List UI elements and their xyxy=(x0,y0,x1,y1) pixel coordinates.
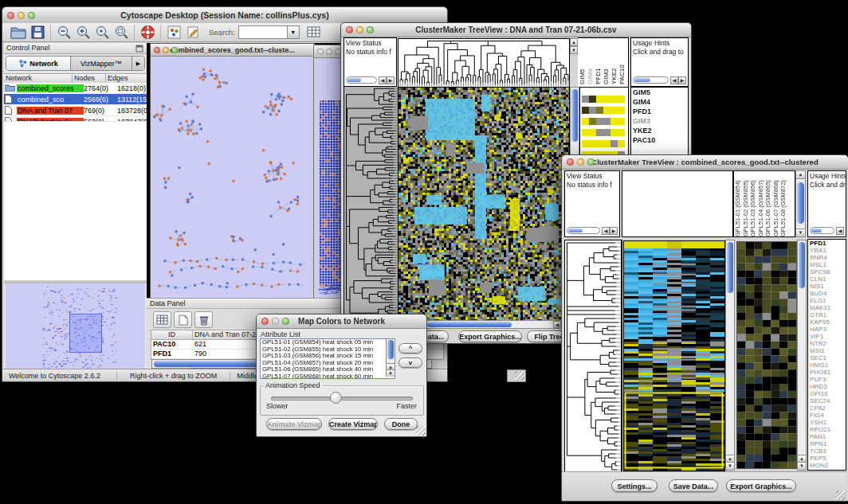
usage-hints-scrollbar[interactable]: ◀▶ xyxy=(633,76,686,84)
delete-attribute-button[interactable] xyxy=(194,311,213,328)
create-vizmap-button[interactable]: Create Vizmap xyxy=(328,418,378,430)
open-session-button[interactable] xyxy=(9,24,28,41)
gene-label[interactable]: GTB1 xyxy=(808,311,846,318)
network-tree-empty-area[interactable] xyxy=(4,121,147,280)
close-icon[interactable] xyxy=(154,47,160,53)
tv2-window-controls[interactable] xyxy=(567,158,595,166)
scrollbar-thumb[interactable] xyxy=(797,182,804,224)
new-attribute-button[interactable] xyxy=(174,311,192,328)
gene-label[interactable]: MSI1 xyxy=(808,347,846,354)
gene-label[interactable]: HMG1 xyxy=(808,361,846,369)
attribute-item[interactable]: GPL51-06 (GSM865) heat shock 40 min xyxy=(262,366,395,373)
scrollbar-thumb[interactable] xyxy=(387,340,394,359)
speed-slider-thumb[interactable] xyxy=(330,392,342,404)
tv1-heatmap[interactable] xyxy=(398,87,570,321)
scrollbar-thumb[interactable] xyxy=(427,322,512,327)
gene-label[interactable]: HAP3 xyxy=(808,326,846,333)
gene-label[interactable]: SPC98 xyxy=(808,268,846,275)
resize-grip[interactable] xyxy=(515,371,524,381)
window-controls[interactable] xyxy=(7,12,35,19)
gene-label[interactable]: NTR2 xyxy=(808,340,846,347)
gene-label[interactable]: MON2 xyxy=(808,462,846,469)
scroll-up-icon[interactable]: ▲ xyxy=(796,171,805,179)
tv1-window-controls[interactable] xyxy=(346,26,374,33)
scroll-left-icon[interactable]: ◀ xyxy=(602,227,610,235)
usage-hints-scrollbar[interactable]: ◀ xyxy=(810,226,844,235)
dialog-window-controls[interactable] xyxy=(261,318,289,325)
gene-label[interactable]: ELG1 xyxy=(808,297,846,304)
gene-label[interactable]: YRA1 xyxy=(808,247,846,254)
gene-label[interactable]: YSH1 xyxy=(808,419,846,426)
gene-label[interactable]: RNR4 xyxy=(808,254,846,261)
attribute-item[interactable]: GPL51-02 (GSM855) heat shock 10 min xyxy=(262,346,395,354)
vizmapper-button[interactable] xyxy=(164,24,183,41)
gene-label[interactable]: PHO81 xyxy=(808,369,846,376)
gene-label[interactable]: HRD3 xyxy=(808,383,846,390)
tv1-column-dendrogram[interactable] xyxy=(398,38,570,88)
gene-label[interactable]: MAK31 xyxy=(808,304,846,311)
attribute-item[interactable]: GPL51-01 (GSM854) heat shock 05 min xyxy=(262,339,395,346)
scroll-left-icon[interactable]: ◀ xyxy=(553,321,561,328)
zoom-window-icon[interactable] xyxy=(587,158,595,166)
resize-grip[interactable] xyxy=(836,490,846,500)
tab-network[interactable]: Network xyxy=(6,57,71,70)
zoom-window-icon[interactable] xyxy=(28,12,35,19)
tv2-save-data-button[interactable]: Save Data... xyxy=(669,479,718,492)
save-session-button[interactable] xyxy=(28,24,47,41)
network-graph-canvas[interactable] xyxy=(151,57,312,298)
network-row[interactable]: combined_scores2764(0)16218(0) xyxy=(4,83,147,94)
close-icon[interactable] xyxy=(346,26,353,33)
tv2-gene-scrollbar[interactable]: ▲ ▼ xyxy=(797,240,807,471)
zoom-out-button[interactable] xyxy=(54,24,73,41)
scroll-down-icon[interactable]: ▼ xyxy=(570,46,578,54)
gene-label[interactable]: CPA2 xyxy=(808,404,846,412)
zoom-in-button[interactable] xyxy=(73,24,92,41)
zoom-selected-button[interactable] xyxy=(92,24,112,41)
scroll-right-icon[interactable]: ▶ xyxy=(678,76,686,84)
animate-vizmap-button[interactable]: Animate Vizmap xyxy=(266,418,322,430)
attribute-item[interactable]: GPL51-04 (GSM857) heat shock 20 min xyxy=(262,360,395,367)
tv2-column-label-scrollbar[interactable]: ▲ ▼ xyxy=(795,170,806,237)
minimize-icon[interactable] xyxy=(326,49,332,55)
close-icon[interactable] xyxy=(567,158,574,166)
scrollbar-thumb[interactable] xyxy=(727,242,733,293)
attribute-list-scrollbar[interactable]: ▲ ▼ xyxy=(386,339,395,377)
close-icon[interactable] xyxy=(7,12,14,19)
close-icon[interactable] xyxy=(317,49,324,55)
gene-label[interactable]: PFD1 xyxy=(808,240,846,247)
scroll-up-icon[interactable]: ▲ xyxy=(570,38,578,46)
search-input[interactable] xyxy=(238,25,288,39)
gene-label[interactable]: MSL1 xyxy=(808,261,846,268)
tv2-title-bar[interactable]: ClusterMaker TreeView : combined_scores_… xyxy=(562,155,848,170)
scroll-left-icon[interactable]: ◀ xyxy=(836,227,844,235)
search-dropdown-button[interactable]: ▼ xyxy=(288,25,300,39)
gene-label[interactable]: PUF3 xyxy=(808,376,846,383)
tv1-export-graphics-button[interactable]: Export Graphics... xyxy=(458,330,522,342)
scrollbar-thumb[interactable] xyxy=(799,242,805,288)
tv2-zoom-heatmap[interactable] xyxy=(736,241,797,469)
annotation-button[interactable] xyxy=(183,24,202,41)
gene-label[interactable]: SEC1 xyxy=(808,354,846,361)
gene-label[interactable]: PAN1 xyxy=(808,433,846,440)
tv2-column-dendrogram-area[interactable] xyxy=(622,170,733,237)
scroll-right-icon[interactable]: ▶ xyxy=(387,76,395,84)
tv1-zoom-matrix[interactable] xyxy=(582,96,625,139)
tv2-settings-button[interactable]: Settings... xyxy=(611,479,658,492)
dialog-title-bar[interactable]: Map Colors to Network xyxy=(257,315,426,329)
view-status-scrollbar[interactable]: ◀▶ xyxy=(567,226,618,235)
help-button[interactable] xyxy=(138,24,157,41)
gene-label[interactable]: PEP5 xyxy=(808,455,846,462)
done-button[interactable]: Done xyxy=(384,418,418,430)
scroll-left-icon[interactable]: ◀ xyxy=(379,76,387,84)
move-up-button[interactable]: ^ xyxy=(398,343,422,354)
tab-vizmapper[interactable]: VizMapper™ xyxy=(71,57,132,70)
gene-label[interactable]: SEC24 xyxy=(808,397,846,404)
gene-label[interactable]: TCB3 xyxy=(808,447,846,455)
tv1-row-dendrogram[interactable] xyxy=(344,87,398,320)
view-status-scrollbar[interactable]: ◀▶ xyxy=(346,76,395,84)
gene-label[interactable]: NIS1 xyxy=(808,283,846,290)
tv2-vscrollbar[interactable]: ▲ ▼ xyxy=(725,240,735,471)
network-row[interactable]: DNA and Tran 07769(0)183728(0) xyxy=(4,105,147,116)
resize-grip[interactable] xyxy=(416,426,426,436)
main-title-bar[interactable]: Cytoscape Desktop (Session Name: collins… xyxy=(2,7,447,24)
